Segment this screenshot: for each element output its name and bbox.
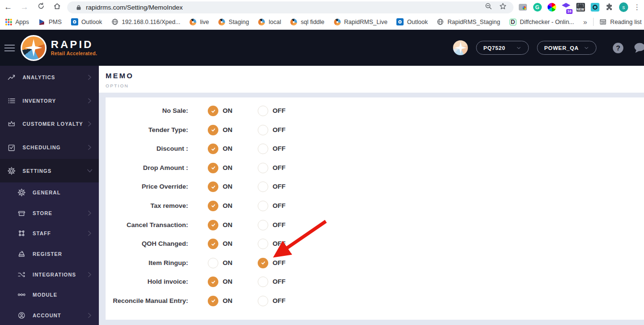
radio-on[interactable]: ON <box>208 144 232 154</box>
bookmark-192-168-0-116-xped[interactable]: 192.168.0.116/Xped... <box>111 18 180 25</box>
home-icon[interactable] <box>49 2 65 12</box>
extensions-puzzle-icon[interactable] <box>605 3 614 12</box>
radio-off[interactable]: OFF <box>258 296 286 306</box>
cap-extension-icon[interactable]: 16 <box>561 3 571 12</box>
new-extension-icon[interactable]: NEW <box>576 3 585 12</box>
radio-off[interactable]: OFF <box>258 144 286 154</box>
sidebar-item-module[interactable]: MODULE <box>0 285 99 305</box>
teal-extension-icon[interactable] <box>590 3 599 12</box>
radio-on[interactable]: ON <box>208 277 232 287</box>
radio-on-circle[interactable] <box>208 106 218 116</box>
bookmark-sql-fiddle[interactable]: sql fiddle <box>290 18 324 25</box>
bookmark-label: local <box>269 19 281 25</box>
radio-on[interactable]: ON <box>208 296 232 306</box>
radio-off-circle[interactable] <box>258 106 268 116</box>
radio-on[interactable]: ON <box>208 258 232 268</box>
radio-off-circle[interactable] <box>258 258 268 268</box>
radio-on-circle[interactable] <box>208 296 218 306</box>
radio-on-circle[interactable] <box>208 125 218 135</box>
store-selector-dropdown[interactable]: PQ7520 <box>476 41 529 55</box>
grammarly-extension-icon[interactable]: G <box>533 3 542 12</box>
sidebar-item-register[interactable]: REGISTER <box>0 244 99 265</box>
radio-on-circle[interactable] <box>208 220 218 230</box>
radio-on[interactable]: ON <box>208 125 232 135</box>
radio-on-circle[interactable] <box>208 163 218 173</box>
user-selector-dropdown[interactable]: POWER_QA <box>537 41 596 55</box>
radio-off-circle[interactable] <box>258 296 268 306</box>
sidebar-item-inventory[interactable]: INVENTORY <box>0 89 99 113</box>
radio-off[interactable]: OFF <box>258 277 286 287</box>
radio-on[interactable]: ON <box>208 220 232 230</box>
rapid-logo[interactable]: RAPID Retail Accelerated. <box>21 35 97 61</box>
bookmark-apps[interactable]: Apps <box>5 18 29 25</box>
chat-icon[interactable] <box>633 42 644 54</box>
radio-on[interactable]: ON <box>208 201 232 211</box>
reading-list-button[interactable]: Reading list <box>599 18 642 25</box>
off-label: OFF <box>273 258 286 268</box>
radio-off[interactable]: OFF <box>258 239 286 249</box>
bookmarks-overflow-icon[interactable]: » <box>583 18 587 26</box>
sidebar-item-customer-loyalty[interactable]: CUSTOMER LOYALTY <box>0 112 99 136</box>
sidebar-item-label: SCHEDULING <box>23 144 60 150</box>
radio-off-circle[interactable] <box>258 220 268 230</box>
radio-off[interactable]: OFF <box>258 181 286 192</box>
pms-icon <box>38 18 46 25</box>
address-bar[interactable]: rapidrms.com/Setting/MemoIndex <box>67 1 513 13</box>
screenshot-extension-icon[interactable] <box>518 3 527 12</box>
zoom-out-icon[interactable] <box>485 2 492 12</box>
browser-profile-avatar[interactable]: s <box>619 3 628 12</box>
radio-off-circle[interactable] <box>258 277 268 287</box>
colorwheel-extension-icon[interactable] <box>547 3 556 12</box>
radio-off-circle[interactable] <box>258 181 268 192</box>
radio-off[interactable]: OFF <box>258 125 286 135</box>
diffchecker-icon: D <box>509 18 516 25</box>
bookmark-pms[interactable]: PMS <box>38 18 62 25</box>
browser-menu-icon[interactable]: ⋮ <box>633 3 640 12</box>
radio-off-circle[interactable] <box>258 144 268 154</box>
radio-off-circle[interactable] <box>258 125 268 135</box>
radio-on-circle[interactable] <box>208 239 218 249</box>
radio-on-circle[interactable] <box>208 144 218 154</box>
bookmark-diffchecker-onlin[interactable]: DDiffchecker - Onlin... <box>509 18 574 25</box>
radio-off-circle[interactable] <box>258 239 268 249</box>
bookmark-local[interactable]: local <box>258 18 281 25</box>
sidebar-item-store[interactable]: STORE <box>0 203 99 224</box>
radio-on-circle[interactable] <box>208 201 218 211</box>
bookmark-rapidrms-staging[interactable]: RapidRMS_Staging <box>437 18 500 25</box>
url-text[interactable]: rapidrms.com/Setting/MemoIndex <box>86 4 485 11</box>
bookmark-live[interactable]: live <box>190 18 209 25</box>
hamburger-menu-icon[interactable] <box>4 43 15 53</box>
radio-on-circle[interactable] <box>208 181 218 192</box>
sidebar-item-scheduling[interactable]: SCHEDULING <box>0 136 99 159</box>
radio-on[interactable]: ON <box>208 106 232 116</box>
bookmark-outlook[interactable]: Outlook <box>71 18 102 25</box>
radio-off[interactable]: OFF <box>258 201 286 211</box>
radio-off[interactable]: OFF <box>258 163 286 173</box>
radio-off[interactable]: OFF <box>258 106 286 116</box>
sidebar-item-settings[interactable]: SETTINGS <box>0 159 99 182</box>
radio-on[interactable]: ON <box>208 163 232 173</box>
bookmark-rapidrms-live[interactable]: RapidRMS_Live <box>334 18 387 25</box>
radio-on-circle[interactable] <box>208 258 218 268</box>
user-avatar[interactable] <box>453 40 468 55</box>
reload-icon[interactable] <box>33 2 49 12</box>
help-icon[interactable]: ? <box>613 43 623 53</box>
bookmark-star-icon[interactable] <box>499 2 507 12</box>
sidebar-item-analytics[interactable]: ANALYTICS <box>0 66 99 89</box>
sidebar-item-integrations[interactable]: INTEGRATIONS <box>0 264 99 285</box>
bookmark-staging[interactable]: Staging <box>218 18 249 25</box>
radio-on[interactable]: ON <box>208 239 232 249</box>
radio-off[interactable]: OFF <box>258 258 286 268</box>
option-row-price-override: Price Override:ONOFF <box>106 181 644 192</box>
radio-off[interactable]: OFF <box>258 220 286 230</box>
sidebar-item-general[interactable]: GENERAL <box>0 182 99 203</box>
radio-off-circle[interactable] <box>258 201 268 211</box>
radio-on[interactable]: ON <box>208 181 232 192</box>
radio-on-circle[interactable] <box>208 277 218 287</box>
forward-icon[interactable]: → <box>16 2 33 12</box>
sidebar-item-staff[interactable]: STAFF <box>0 223 99 244</box>
radio-off-circle[interactable] <box>258 163 268 173</box>
back-icon[interactable]: ← <box>0 2 16 12</box>
bookmark-outlook[interactable]: Outlook <box>396 18 428 25</box>
sidebar-item-account[interactable]: ACCOUNT <box>0 305 99 325</box>
